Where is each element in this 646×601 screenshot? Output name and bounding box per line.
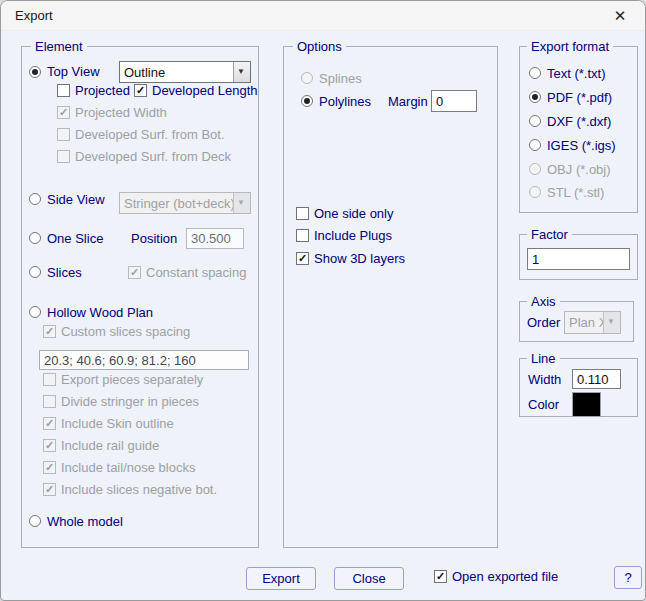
help-button[interactable]: ? [614,566,642,589]
line-width-input[interactable] [572,369,621,389]
developed-surf-deck-label: Developed Surf. from Deck [75,149,231,164]
format-txt-radio[interactable] [529,67,541,79]
export-format-title: Export format [527,39,613,54]
options-group-title: Options [293,39,346,54]
top-view-dropdown-value: Outline [120,65,233,80]
custom-slices-spacing-checkbox [43,325,56,338]
format-dxf-radio[interactable] [529,115,541,127]
include-plugs-label[interactable]: Include Plugs [314,228,392,243]
close-button[interactable]: Close [334,567,404,590]
developed-length-label[interactable]: Developed Length [152,83,258,98]
one-slice-radio[interactable] [29,232,41,244]
line-color-label: Color [528,397,559,412]
polylines-label[interactable]: Polylines [319,94,371,109]
axis-group-title: Axis [527,294,560,309]
margin-input[interactable] [431,90,477,112]
developed-surf-bot-label: Developed Surf. from Bot. [75,127,225,142]
format-stl-label: STL (*.stl) [547,185,604,200]
projected-width-label: Projected Width [75,105,167,120]
whole-model-label[interactable]: Whole model [47,514,123,529]
include-plugs-checkbox[interactable] [296,229,309,242]
slices-radio[interactable] [29,266,41,278]
splines-radio [301,72,313,84]
format-obj-radio [529,163,541,175]
format-pdf-radio[interactable] [529,91,541,103]
axis-order-dropdown: Plan XY [564,311,621,334]
margin-label: Margin [388,94,428,109]
open-exported-file-label[interactable]: Open exported file [452,569,558,584]
show-3d-layers-checkbox[interactable] [296,252,309,265]
splines-label: Splines [319,71,362,86]
factor-group-title: Factor [527,227,572,242]
one-side-only-label[interactable]: One side only [314,206,394,221]
format-obj-label: OBJ (*.obj) [547,162,611,177]
custom-slices-spacing-label: Custom slices spacing [61,324,190,339]
side-view-label[interactable]: Side View [47,192,105,207]
format-stl-radio [529,186,541,198]
one-side-only-checkbox[interactable] [296,207,309,220]
top-view-dropdown[interactable]: Outline [119,61,251,83]
divide-stringer-checkbox [43,395,56,408]
chevron-down-icon [603,312,620,333]
slices-label[interactable]: Slices [47,265,82,280]
window-title: Export [15,8,53,23]
format-iges-radio[interactable] [529,139,541,151]
side-view-dropdown-value: Stringer (bot+deck) [120,196,233,211]
position-input [186,228,244,249]
line-color-swatch[interactable] [572,392,601,417]
top-view-radio[interactable] [29,66,41,78]
projected-label[interactable]: Projected [75,83,130,98]
side-view-radio[interactable] [29,193,41,205]
format-dxf-label[interactable]: DXF (*.dxf) [547,114,611,129]
export-button[interactable]: Export [246,567,316,590]
axis-order-label: Order [527,315,560,330]
projected-width-checkbox [57,106,70,119]
show-3d-layers-label[interactable]: Show 3D layers [314,251,405,266]
constant-spacing-checkbox [128,266,141,279]
title-bar: Export ✕ [1,1,645,31]
include-neg-checkbox [43,483,56,496]
factor-input[interactable] [527,248,630,270]
include-skin-checkbox [43,417,56,430]
format-pdf-label[interactable]: PDF (*.pdf) [547,90,612,105]
position-label: Position [131,231,177,246]
developed-surf-bot-checkbox [57,128,70,141]
whole-model-radio[interactable] [29,515,41,527]
one-slice-label[interactable]: One Slice [47,231,103,246]
chevron-down-icon [233,193,250,213]
constant-spacing-label: Constant spacing [146,265,246,280]
divide-stringer-label: Divide stringer in pieces [61,394,199,409]
include-skin-label: Include Skin outline [61,416,174,431]
slices-spacing-input [39,350,249,370]
developed-length-checkbox[interactable] [134,84,147,97]
include-neg-label: Include slices negative bot. [61,482,217,497]
include-rail-label: Include rail guide [61,438,159,453]
axis-order-dropdown-value: Plan XY [565,315,603,330]
projected-checkbox[interactable] [57,84,70,97]
include-blocks-checkbox [43,461,56,474]
include-rail-checkbox [43,439,56,452]
close-icon[interactable]: ✕ [605,5,635,27]
open-exported-file-checkbox[interactable] [434,570,447,583]
export-pieces-label: Export pieces separately [61,372,203,387]
polylines-radio[interactable] [301,95,313,107]
element-group-title: Element [31,39,87,54]
format-iges-label[interactable]: IGES (*.igs) [547,138,616,153]
side-view-dropdown: Stringer (bot+deck) [119,192,251,214]
export-dialog: Export ✕ Element Top View Outline Projec… [0,0,646,601]
developed-surf-deck-checkbox [57,150,70,163]
options-group [283,46,498,548]
line-group-title: Line [527,351,560,366]
hollow-wood-plan-label[interactable]: Hollow Wood Plan [47,305,153,320]
top-view-label[interactable]: Top View [47,64,100,79]
format-txt-label[interactable]: Text (*.txt) [547,66,606,81]
include-blocks-label: Include tail/nose blocks [61,460,195,475]
export-pieces-checkbox [43,373,56,386]
chevron-down-icon[interactable] [233,62,250,82]
hollow-wood-plan-radio[interactable] [29,306,41,318]
line-width-label: Width [528,372,561,387]
